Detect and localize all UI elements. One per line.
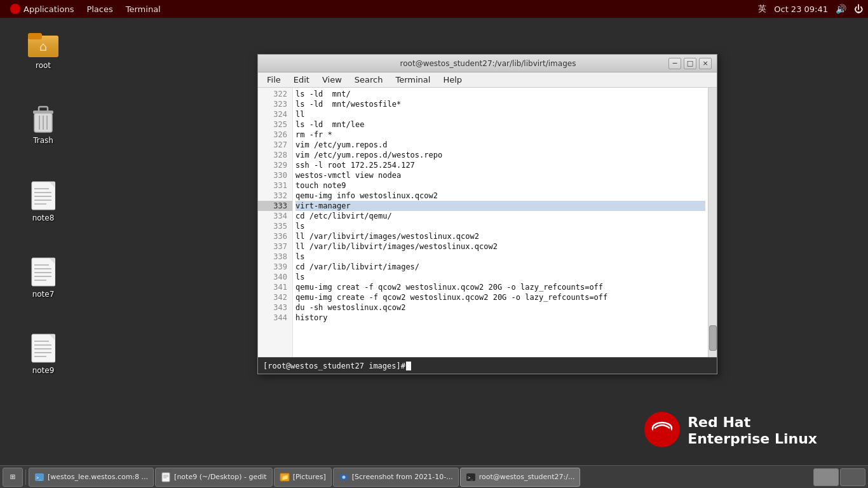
- show-desktop-button[interactable]: ⊞: [3, 468, 23, 487]
- menu-edit[interactable]: Edit: [287, 74, 316, 86]
- terminal-title: root@westos_student27:/var/lib/libvirt/i…: [308, 59, 668, 68]
- line-number-328: 328: [258, 150, 292, 160]
- desktop-icon-trash[interactable]: Trash: [18, 100, 69, 147]
- taskbar: ⊞ >_ [westos_lee.westos.com:8 ... [note9…: [0, 465, 868, 488]
- taskbar-item-pictures[interactable]: 📁 [Pictures]: [274, 468, 332, 487]
- line-number-339: 339: [258, 262, 292, 272]
- root-label: root: [36, 61, 51, 70]
- taskbar-item-ssh[interactable]: >_ [westos_lee.westos.com:8 ...: [29, 468, 154, 487]
- line-number-327: 327: [258, 140, 292, 150]
- terminal-line-322: ls -ld mnt/: [295, 89, 705, 99]
- desktop-icon-note7[interactable]: note7: [18, 254, 69, 301]
- note8-label: note8: [32, 214, 55, 222]
- terminal-menu-top[interactable]: Terminal: [121, 3, 166, 15]
- desktop-icon-root[interactable]: ⌂ root: [18, 25, 69, 72]
- svg-text:⌂: ⌂: [39, 39, 48, 54]
- terminal-prompt[interactable]: [root@westos_student27 images]#: [258, 357, 717, 374]
- terminal-line-339: cd /var/lib/libvirt/images/: [295, 262, 705, 272]
- line-number-333: 333: [258, 201, 292, 211]
- places-menu[interactable]: Places: [81, 3, 118, 15]
- line-number-324: 324: [258, 109, 292, 119]
- power-icon[interactable]: ⏻: [854, 4, 863, 14]
- prompt-text: [root@westos_student27 images]#: [263, 362, 405, 370]
- terminal-label-top: Terminal: [126, 4, 161, 14]
- terminal-line-334: cd /etc/libvirt/qemu/: [295, 211, 705, 221]
- svg-rect-5: [39, 107, 48, 112]
- svg-text:>_: >_: [468, 475, 473, 480]
- line-number-343: 343: [258, 302, 292, 313]
- ssh-session-label: [westos_lee.westos.com:8 ...: [48, 473, 148, 481]
- gedit-label: [note9 (~/Desktop) - gedit: [174, 473, 267, 481]
- desktop-icon-note9[interactable]: note9: [18, 330, 69, 377]
- terminal-line-327: vim /etc/yum.repos.d: [295, 140, 705, 150]
- line-number-330: 330: [258, 170, 292, 180]
- menu-help[interactable]: Help: [437, 74, 468, 86]
- menu-search[interactable]: Search: [348, 74, 390, 86]
- note7-label: note7: [32, 290, 55, 299]
- note8-icon: [28, 180, 58, 211]
- terminal-icon-ssh: >_: [34, 472, 44, 482]
- line-number-344: 344: [258, 313, 292, 323]
- line-number-331: 331: [258, 180, 292, 191]
- screenshot-icon: [339, 472, 349, 482]
- line-number-338: 338: [258, 252, 292, 262]
- pictures-icon: 📁: [280, 472, 290, 482]
- applications-label: Applications: [24, 4, 74, 14]
- terminal-line-325: ls -ld mnt/lee: [295, 119, 705, 130]
- screenshot-label: [Screenshot from 2021-10-...: [352, 473, 453, 481]
- taskbar-item-gedit[interactable]: [note9 (~/Desktop) - gedit: [155, 468, 273, 487]
- terminal-content: 3223233243253263273283293303313323333343…: [258, 88, 717, 357]
- terminal-icon-root: >_: [466, 472, 476, 482]
- redhat-hat-icon: [643, 410, 681, 451]
- terminal-line-323: ls -ld mnt/westosfile*: [295, 99, 705, 109]
- desktop: ⌂ root Trash: [0, 18, 868, 470]
- show-desktop-icon: ⊞: [10, 473, 15, 481]
- minimize-button[interactable]: −: [668, 58, 681, 69]
- svg-rect-37: [162, 473, 170, 482]
- line-number-334: 334: [258, 211, 292, 221]
- menu-view[interactable]: View: [316, 74, 348, 86]
- folder-icon-root: ⌂: [28, 28, 58, 58]
- terminal-line-333: virt-manager: [295, 201, 705, 211]
- terminal-line-344: history: [295, 313, 705, 323]
- terminal-line-328: vim /etc/yum.repos.d/westos.repo: [295, 150, 705, 160]
- close-button[interactable]: ×: [699, 58, 712, 69]
- terminal-line-336: ll /var/libvirt/images/westoslinux.qcow2: [295, 231, 705, 241]
- gedit-icon: [161, 472, 171, 482]
- svg-point-34: [653, 431, 671, 440]
- taskbar-item-screenshot[interactable]: [Screenshot from 2021-10-...: [333, 468, 459, 487]
- svg-rect-17: [32, 258, 55, 286]
- volume-icon[interactable]: 🔊: [836, 4, 846, 14]
- scroll-thumb[interactable]: [709, 325, 717, 351]
- terminal-line-326: rm -fr *: [295, 130, 705, 140]
- taskbar-separator-1: [25, 470, 26, 485]
- menu-terminal[interactable]: Terminal: [389, 74, 437, 86]
- language-indicator[interactable]: 英: [758, 3, 766, 15]
- top-menubar: Applications Places Terminal 英 Oct 23 09…: [0, 0, 868, 18]
- menu-file[interactable]: File: [261, 74, 287, 86]
- pager-buttons: [813, 468, 865, 486]
- line-numbers: 3223233243253263273283293303313323333343…: [258, 88, 293, 357]
- redhat-name: Red Hat: [688, 414, 817, 431]
- terminal-line-340: ls: [295, 272, 705, 282]
- note9-icon: [28, 333, 58, 363]
- terminal-line-342: qemu-img create -f qcow2 westoslinux.qco…: [295, 292, 705, 302]
- trash-icon: [28, 103, 58, 133]
- svg-rect-24: [32, 334, 55, 362]
- desktop-icon-note8[interactable]: note8: [18, 178, 69, 225]
- trash-label: Trash: [33, 136, 53, 145]
- line-number-326: 326: [258, 130, 292, 140]
- applications-menu[interactable]: Applications: [5, 3, 79, 15]
- taskbar-item-terminal-root[interactable]: >_ root@westos_student27:/...: [460, 468, 581, 487]
- line-number-322: 322: [258, 89, 292, 99]
- line-number-323: 323: [258, 99, 292, 109]
- line-number-341: 341: [258, 282, 292, 292]
- maximize-button[interactable]: □: [684, 58, 696, 69]
- pager-btn-2[interactable]: [840, 468, 865, 486]
- terminal-scrollbar[interactable]: [708, 88, 717, 357]
- top-bar-right: 英 Oct 23 09:41 🔊 ⏻: [758, 3, 863, 15]
- svg-rect-10: [32, 182, 55, 210]
- terminal-titlebar: root@westos_student27:/var/lib/libvirt/i…: [258, 55, 717, 72]
- pager-btn-1[interactable]: [813, 468, 839, 486]
- terminal-line-335: ls: [295, 221, 705, 231]
